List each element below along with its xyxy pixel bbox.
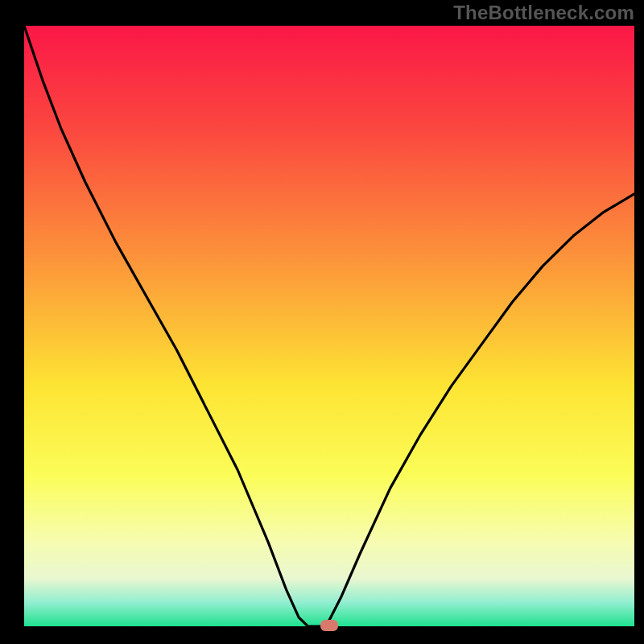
optimal-marker: [320, 620, 338, 631]
chart-svg: [0, 0, 644, 644]
bottleneck-chart: TheBottleneck.com: [0, 0, 644, 644]
watermark-text: TheBottleneck.com: [453, 2, 634, 24]
plot-background: [24, 26, 634, 626]
